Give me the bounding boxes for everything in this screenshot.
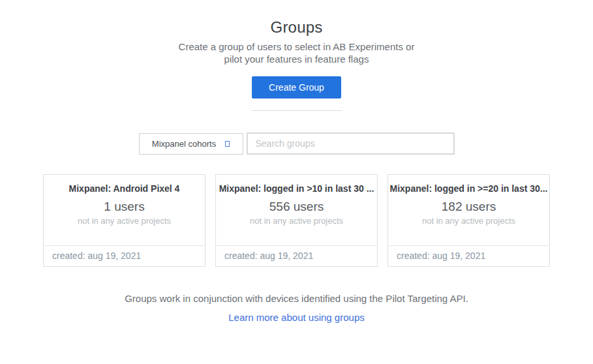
create-group-button[interactable]: Create Group [252, 76, 341, 99]
group-created-date: created: aug 19, 2021 [388, 245, 549, 266]
group-title: Mixpanel: logged in >10 in last 30 ... [216, 183, 377, 194]
group-created-date: created: aug 19, 2021 [216, 245, 377, 266]
groups-page: Groups Create a group of users to select… [0, 0, 593, 364]
learn-more-link[interactable]: Learn more about using groups [228, 312, 364, 323]
group-card-body: Mixpanel: logged in >=20 in last 30... 1… [388, 175, 549, 245]
divider [252, 110, 342, 111]
group-card-body: Mixpanel: logged in >10 in last 30 ... 5… [216, 175, 377, 245]
group-status: not in any active projects [216, 216, 377, 226]
group-status: not in any active projects [388, 216, 549, 226]
group-card[interactable]: Mixpanel: logged in >=20 in last 30... 1… [388, 174, 550, 267]
group-user-count: 556 users [216, 200, 377, 214]
page-subtitle: Create a group of users to select in AB … [170, 40, 424, 65]
group-created-date: created: aug 19, 2021 [44, 245, 205, 266]
group-user-count: 182 users [388, 200, 549, 214]
group-status: not in any active projects [44, 216, 205, 226]
filter-controls: Mixpanel cohorts [0, 132, 593, 155]
group-card[interactable]: Mixpanel: logged in >10 in last 30 ... 5… [215, 174, 378, 267]
group-cards-row: Mixpanel: Android Pixel 4 1 users not in… [0, 174, 593, 267]
groups-info-note: Groups work in conjunction with devices … [0, 293, 593, 304]
cohort-source-dropdown[interactable]: Mixpanel cohorts [139, 133, 243, 155]
group-title: Mixpanel: Android Pixel 4 [44, 183, 205, 194]
group-user-count: 1 users [44, 200, 205, 214]
group-title: Mixpanel: logged in >=20 in last 30... [388, 183, 549, 194]
group-card[interactable]: Mixpanel: Android Pixel 4 1 users not in… [43, 174, 205, 267]
group-card-body: Mixpanel: Android Pixel 4 1 users not in… [44, 175, 205, 245]
search-groups-input[interactable] [247, 132, 455, 155]
page-title: Groups [0, 0, 593, 37]
cohort-source-value: Mixpanel cohorts [152, 139, 216, 149]
dropdown-caret-icon [225, 141, 230, 147]
